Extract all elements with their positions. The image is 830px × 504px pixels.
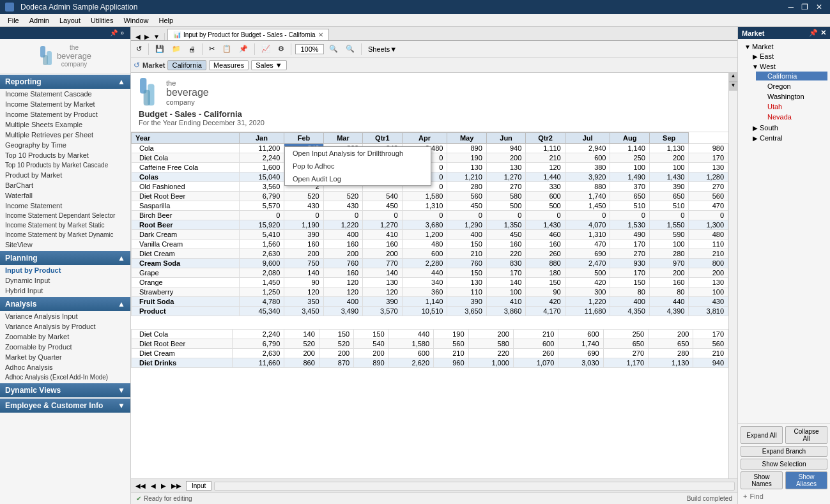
bottom-cell-2-10[interactable]: 280 bbox=[649, 349, 693, 358]
cell-14-10[interactable]: 160 bbox=[649, 278, 688, 287]
expand-branch-btn[interactable]: Expand Branch bbox=[741, 446, 827, 457]
bottom-cell-2-4[interactable]: 600 bbox=[388, 349, 433, 358]
cell-label-13[interactable]: Grape bbox=[132, 268, 240, 278]
cell-10-4[interactable]: 480 bbox=[402, 240, 447, 249]
cell-15-0[interactable]: 1,250 bbox=[239, 287, 284, 297]
cell-6-6[interactable]: 500 bbox=[486, 201, 525, 211]
bottom-cell-2-5[interactable]: 210 bbox=[434, 349, 468, 358]
cell-7-2[interactable]: 0 bbox=[323, 211, 362, 220]
bottom-cell-3-3[interactable]: 890 bbox=[354, 358, 388, 368]
cell-6-2[interactable]: 430 bbox=[323, 201, 362, 211]
cell-17-2[interactable]: 3,490 bbox=[323, 307, 362, 316]
cell-17-7[interactable]: 4,170 bbox=[526, 307, 565, 316]
cell-16-11[interactable]: 430 bbox=[689, 297, 728, 307]
cell-15-11[interactable]: 100 bbox=[689, 287, 728, 297]
bottom-cell-0-1[interactable]: 140 bbox=[284, 330, 319, 339]
cell-label-2[interactable]: Caffeine Free Cola bbox=[132, 163, 240, 172]
cell-16-6[interactable]: 410 bbox=[486, 297, 525, 307]
sidebar-pin-icon[interactable]: 📌 bbox=[109, 29, 119, 36]
cell-3-8[interactable]: 3,920 bbox=[565, 172, 610, 182]
cell-5-10[interactable]: 650 bbox=[649, 192, 688, 201]
cell-label-0[interactable]: Cola bbox=[132, 144, 240, 153]
cell-0-10[interactable]: 1,130 bbox=[649, 144, 688, 153]
menu-layout[interactable]: Layout bbox=[54, 17, 86, 24]
cell-2-9[interactable]: 100 bbox=[610, 163, 649, 172]
sidebar-item-adhoc-excel[interactable]: Adhoc Analysis (Excel Add-In Mode) bbox=[0, 372, 130, 382]
menu-window[interactable]: Window bbox=[118, 17, 153, 24]
sidebar-item-top10-market[interactable]: Top 10 Products by Market bbox=[0, 150, 130, 160]
cell-9-1[interactable]: 390 bbox=[284, 230, 323, 240]
cell-5-9[interactable]: 650 bbox=[610, 192, 649, 201]
cell-17-10[interactable]: 4,390 bbox=[649, 307, 688, 316]
sidebar-item-input-product[interactable]: Input by Product bbox=[0, 265, 130, 275]
cell-2-6[interactable]: 130 bbox=[486, 163, 525, 172]
cell-label-10[interactable]: Vanilla Cream bbox=[132, 240, 240, 249]
bottom-cell-0-3[interactable]: 150 bbox=[354, 330, 388, 339]
cell-8-9[interactable]: 1,530 bbox=[610, 220, 649, 230]
cell-14-3[interactable]: 130 bbox=[363, 278, 402, 287]
cell-10-11[interactable]: 110 bbox=[689, 240, 728, 249]
nav-first-btn[interactable]: ◀◀ bbox=[134, 482, 148, 489]
cell-16-5[interactable]: 390 bbox=[447, 297, 486, 307]
cell-5-4[interactable]: 1,580 bbox=[402, 192, 447, 201]
cell-1-0[interactable]: 2,240 bbox=[239, 153, 284, 163]
cell-15-9[interactable]: 80 bbox=[610, 287, 649, 297]
bottom-cell-1-2[interactable]: 520 bbox=[319, 339, 353, 349]
sales-btn[interactable]: Sales ▼ bbox=[251, 60, 286, 70]
cell-16-2[interactable]: 400 bbox=[323, 297, 362, 307]
ctx-item-drillthrough[interactable]: Open Input Analysis for Drillthrough bbox=[285, 147, 431, 160]
cell-17-4[interactable]: 10,510 bbox=[402, 307, 447, 316]
tree-root-row[interactable]: ▼ Market bbox=[741, 42, 827, 51]
cell-16-9[interactable]: 400 bbox=[610, 297, 649, 307]
cell-16-10[interactable]: 440 bbox=[649, 297, 688, 307]
menu-file[interactable]: File bbox=[3, 17, 24, 24]
cell-10-3[interactable]: 160 bbox=[363, 240, 402, 249]
cell-4-8[interactable]: 880 bbox=[565, 182, 610, 192]
horizontal-scrollbar[interactable] bbox=[214, 482, 735, 491]
bottom-row-1[interactable]: Diet Root Beer6,7905205205401,5805605806… bbox=[132, 339, 728, 349]
cell-14-6[interactable]: 140 bbox=[486, 278, 525, 287]
cell-label-6[interactable]: Sasparilla bbox=[132, 201, 240, 211]
cell-6-5[interactable]: 450 bbox=[447, 201, 486, 211]
cell-6-4[interactable]: 1,310 bbox=[402, 201, 447, 211]
cell-17-11[interactable]: 3,810 bbox=[689, 307, 728, 316]
cell-13-3[interactable]: 140 bbox=[363, 268, 402, 278]
tab-menu-btn[interactable]: ▼ bbox=[151, 33, 162, 40]
cell-16-1[interactable]: 350 bbox=[284, 297, 323, 307]
cell-12-3[interactable]: 770 bbox=[363, 259, 402, 268]
bottom-cell-2-7[interactable]: 260 bbox=[513, 349, 558, 358]
cell-8-0[interactable]: 15,920 bbox=[239, 220, 284, 230]
bottom-cell-3-11[interactable]: 940 bbox=[693, 358, 728, 368]
nav-prev-btn[interactable]: ◀ bbox=[149, 482, 158, 489]
tree-washington-row[interactable]: Washington bbox=[756, 92, 827, 101]
sidebar-item-siteview[interactable]: SiteView bbox=[0, 240, 130, 250]
cell-label-9[interactable]: Dark Cream bbox=[132, 230, 240, 240]
cell-7-11[interactable]: 0 bbox=[689, 211, 728, 220]
cell-label-16[interactable]: Fruit Soda bbox=[132, 297, 240, 307]
cell-16-0[interactable]: 4,780 bbox=[239, 297, 284, 307]
cell-17-3[interactable]: 3,570 bbox=[363, 307, 402, 316]
bottom-cell-0-7[interactable]: 210 bbox=[513, 330, 558, 339]
cell-1-8[interactable]: 600 bbox=[565, 153, 610, 163]
sidebar-item-income-stmt[interactable]: Income Statement bbox=[0, 201, 130, 211]
cell-9-8[interactable]: 1,310 bbox=[565, 230, 610, 240]
cell-15-5[interactable]: 110 bbox=[447, 287, 486, 297]
bottom-cell-2-9[interactable]: 270 bbox=[603, 349, 648, 358]
cell-10-7[interactable]: 160 bbox=[526, 240, 565, 249]
bottom-cell-0-2[interactable]: 150 bbox=[319, 330, 353, 339]
cell-5-1[interactable]: 520 bbox=[284, 192, 323, 201]
cell-2-0[interactable]: 1,600 bbox=[239, 163, 284, 172]
cell-11-9[interactable]: 270 bbox=[610, 249, 649, 259]
cell-0-6[interactable]: 940 bbox=[486, 144, 525, 153]
cell-11-3[interactable]: 200 bbox=[363, 249, 402, 259]
cell-12-1[interactable]: 750 bbox=[284, 259, 323, 268]
market-california-btn[interactable]: California bbox=[167, 60, 206, 70]
collapse-all-btn[interactable]: Collapse All bbox=[785, 426, 827, 444]
bottom-cell-1-1[interactable]: 520 bbox=[284, 339, 319, 349]
cell-label-4[interactable]: Old Fashioned bbox=[132, 182, 240, 192]
ctx-item-audit[interactable]: Open Audit Log bbox=[285, 172, 431, 185]
cell-9-3[interactable]: 410 bbox=[363, 230, 402, 240]
cell-label-15[interactable]: Strawberry bbox=[132, 287, 240, 297]
bottom-cell-1-9[interactable]: 650 bbox=[603, 339, 648, 349]
tree-west-row[interactable]: ▼ West bbox=[748, 62, 827, 71]
